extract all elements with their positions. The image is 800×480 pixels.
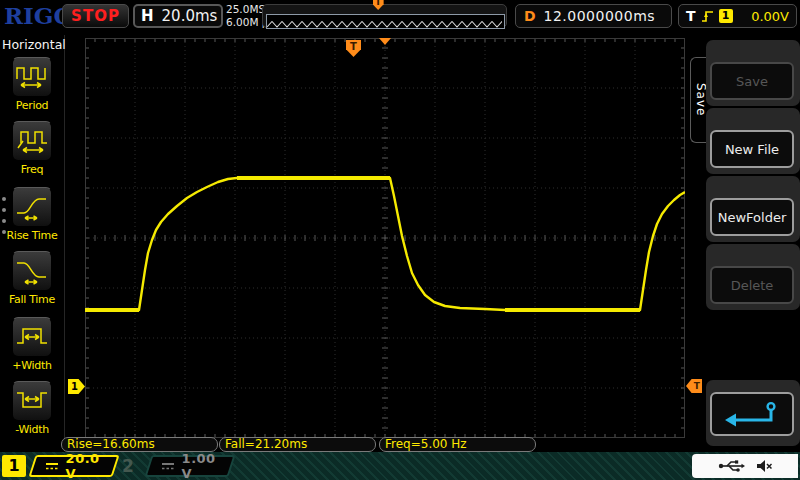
dc-coupling-icon	[44, 461, 60, 471]
speaker-muted-icon	[755, 459, 773, 473]
softkey-slot	[706, 380, 800, 446]
run-state-label: STOP	[71, 7, 120, 25]
usb-icon	[717, 459, 747, 473]
menu-item-rise-time[interactable]: Rise Time	[0, 187, 64, 242]
trigger-level-value: 0.00V	[738, 9, 789, 24]
menu-item-label: Fall Time	[0, 293, 64, 306]
menu-item-plus-width[interactable]: +Width	[0, 317, 64, 372]
waveform-preview-window	[266, 14, 505, 29]
menu-item-label: Rise Time	[0, 229, 64, 242]
plus-width-icon	[12, 317, 52, 357]
measurement-frequency: Freq=5.00 Hz	[379, 437, 536, 452]
ch1-scale-value: 20.0 V	[66, 451, 114, 480]
run-state-badge: STOP	[62, 4, 129, 28]
ch1-scale-box[interactable]: 20.0 V	[28, 455, 119, 477]
new-folder-button[interactable]: NewFolder	[710, 198, 794, 236]
rise-time-icon	[12, 187, 52, 227]
menu-item-label: -Width	[0, 423, 64, 436]
horizontal-timebase-box: H 20.0ms	[133, 4, 223, 28]
delay-value: 12.0000000ms	[536, 8, 663, 24]
trigger-source-badge: 1	[719, 9, 733, 23]
freq-icon	[12, 121, 52, 161]
trigger-info-box: T 1 0.00V	[678, 4, 797, 28]
return-arrow-icon	[721, 400, 783, 428]
top-status-bar: RIGOL STOP H 20.0ms 25.0MSa/s 6.00M pts …	[0, 0, 800, 32]
ch1-number-badge[interactable]: 1	[2, 455, 26, 477]
ch2-scale-value: 1.00 V	[182, 451, 230, 480]
dc-coupling-icon	[160, 461, 176, 471]
preview-trigger-marker-icon: T	[373, 0, 384, 10]
measurement-rise-time: Rise=16.60ms	[61, 437, 218, 452]
horizontal-label: H	[141, 7, 154, 25]
timebase-value: 20.0ms	[162, 7, 218, 25]
minus-width-icon	[12, 381, 52, 421]
horizontal-measure-menu: Horizontal Period Freq	[0, 35, 65, 445]
menu-item-label: Freq	[0, 163, 64, 176]
softkey-slot: NewFolder	[706, 176, 800, 242]
save-soft-menu: Save Save New File NewFolder Delete	[690, 35, 800, 452]
waveform-display: T 1 T	[85, 38, 685, 438]
menu-item-label: Period	[0, 99, 64, 112]
channel-status-bar: 1 20.0 V 2 1.00 V	[0, 452, 800, 480]
trigger-label: T	[686, 8, 696, 24]
left-menu-title: Horizontal	[2, 37, 66, 52]
period-icon	[12, 57, 52, 97]
ch2-number-badge[interactable]: 2	[122, 455, 134, 477]
waveform-preview-bar: T	[262, 4, 507, 28]
softkey-slot: New File	[706, 108, 800, 174]
measurement-fall-time: Fall=21.20ms	[219, 437, 376, 452]
back-button[interactable]	[710, 392, 794, 436]
menu-item-period[interactable]: Period	[0, 57, 64, 112]
menu-item-minus-width[interactable]: -Width	[0, 381, 64, 436]
menu-item-fall-time[interactable]: Fall Time	[0, 251, 64, 306]
preview-waveform-icon	[267, 18, 502, 30]
menu-item-freq[interactable]: Freq	[0, 121, 64, 176]
delay-label: D	[524, 8, 536, 24]
softkey-slot: Save	[706, 40, 800, 106]
menu-item-label: +Width	[0, 359, 64, 372]
new-file-button[interactable]: New File	[710, 130, 794, 168]
ch1-ground-marker-icon[interactable]: 1	[68, 379, 85, 394]
graticule	[85, 38, 685, 438]
save-button[interactable]: Save	[710, 62, 794, 100]
peripheral-status-box	[692, 454, 798, 478]
fall-time-icon	[12, 251, 52, 291]
softkey-slot: Delete	[706, 244, 800, 310]
rising-edge-icon	[701, 10, 714, 23]
delete-button[interactable]: Delete	[710, 266, 794, 304]
trigger-delay-box: D 12.0000000ms	[515, 4, 672, 28]
oscilloscope-screen: RIGOL STOP H 20.0ms 25.0MSa/s 6.00M pts …	[0, 0, 800, 480]
ch2-scale-box[interactable]: 1.00 V	[144, 455, 235, 477]
